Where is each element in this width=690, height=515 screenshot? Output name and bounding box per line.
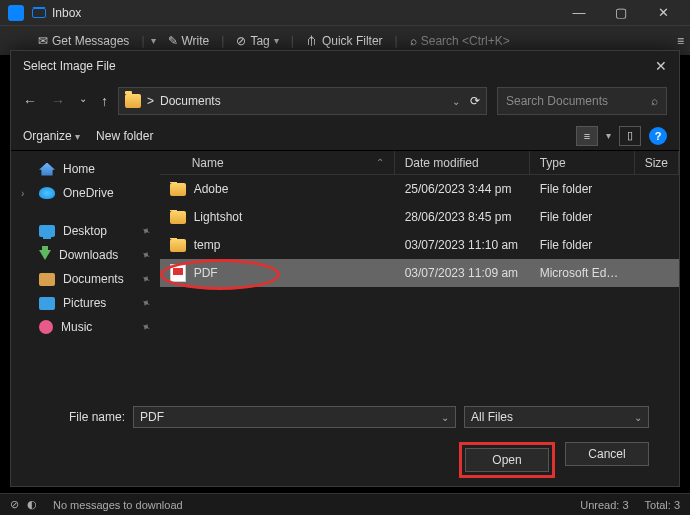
desktop-icon bbox=[39, 225, 55, 237]
view-mode-button[interactable]: ≡ bbox=[576, 126, 598, 146]
music-icon bbox=[39, 320, 53, 334]
documents-icon bbox=[39, 273, 55, 286]
app-icon bbox=[8, 5, 24, 21]
file-open-dialog: Select Image File ✕ ← → ⌄ ↑ > Documents … bbox=[10, 50, 680, 487]
inbox-icon bbox=[32, 8, 46, 18]
nav-documents[interactable]: Documents✦ bbox=[11, 267, 160, 291]
pin-icon: ✦ bbox=[138, 295, 152, 311]
window-title: Inbox bbox=[52, 6, 81, 20]
back-button[interactable]: ← bbox=[23, 93, 37, 109]
folder-icon bbox=[170, 211, 186, 224]
filename-label: File name: bbox=[41, 410, 125, 424]
dialog-cmdbar: Organize ▾ New folder ≡▾ ▯ ? bbox=[11, 121, 679, 151]
nav-home[interactable]: Home bbox=[11, 157, 160, 181]
pin-icon: ✦ bbox=[138, 319, 152, 335]
file-row[interactable]: Adobe 25/06/2023 3:44 pm File folder bbox=[160, 175, 679, 203]
search-placeholder: Search Documents bbox=[506, 94, 608, 108]
nav-music[interactable]: Music✦ bbox=[11, 315, 160, 339]
pencil-icon: ✎ bbox=[168, 34, 178, 48]
dialog-footer: File name: PDF ⌄ All Files ⌄ Open Cancel bbox=[11, 392, 679, 486]
maximize-button[interactable]: ▢ bbox=[602, 0, 640, 25]
organize-menu[interactable]: Organize ▾ bbox=[23, 129, 80, 143]
pdf-icon bbox=[170, 264, 186, 282]
tag-icon: ⊘ bbox=[236, 34, 246, 48]
onedrive-icon bbox=[39, 187, 55, 199]
chevron-down-icon[interactable]: ▾ bbox=[606, 130, 611, 141]
get-messages-button[interactable]: ✉ Get Messages bbox=[32, 32, 135, 50]
col-size[interactable]: Size bbox=[635, 151, 679, 174]
filter-icon: ⫛ bbox=[306, 34, 318, 48]
file-row[interactable]: temp 03/07/2023 11:10 am File folder bbox=[160, 231, 679, 259]
nav-downloads[interactable]: Downloads✦ bbox=[11, 243, 160, 267]
up-button[interactable]: ↑ bbox=[101, 93, 108, 109]
nav-panel: Home ›OneDrive Desktop✦ Downloads✦ Docum… bbox=[11, 151, 160, 392]
search-box[interactable]: Search Documents ⌕ bbox=[497, 87, 667, 115]
preview-pane-button[interactable]: ▯ bbox=[619, 126, 641, 146]
tag-button[interactable]: ⊘ Tag ▾ bbox=[230, 32, 284, 50]
nav-desktop[interactable]: Desktop✦ bbox=[11, 219, 160, 243]
path-chevron: > bbox=[147, 94, 154, 108]
pin-icon: ✦ bbox=[138, 247, 152, 263]
dialog-close-button[interactable]: ✕ bbox=[655, 58, 667, 74]
nav-pictures[interactable]: Pictures✦ bbox=[11, 291, 160, 315]
new-folder-button[interactable]: New folder bbox=[96, 129, 153, 143]
pictures-icon bbox=[39, 297, 55, 310]
envelope-icon: ✉ bbox=[38, 34, 48, 48]
status-message: No messages to download bbox=[53, 499, 183, 511]
nav-onedrive[interactable]: ›OneDrive bbox=[11, 181, 160, 205]
status-icon: ◐ bbox=[27, 498, 37, 511]
total-count: Total: 3 bbox=[645, 499, 680, 511]
cancel-button[interactable]: Cancel bbox=[565, 442, 649, 466]
chevron-right-icon[interactable]: › bbox=[21, 188, 24, 199]
path-location[interactable]: Documents bbox=[160, 94, 221, 108]
col-date[interactable]: Date modified bbox=[395, 151, 530, 174]
file-row-selected[interactable]: PDF 03/07/2023 11:09 am Microsoft Edge P… bbox=[160, 259, 679, 287]
chevron-down-icon[interactable]: ⌄ bbox=[634, 412, 642, 423]
col-type[interactable]: Type bbox=[530, 151, 635, 174]
menu-button[interactable]: ≡ bbox=[677, 34, 682, 48]
forward-button[interactable]: → bbox=[51, 93, 65, 109]
unread-count: Unread: 3 bbox=[580, 499, 628, 511]
file-list-header: Name⌃ Date modified Type Size bbox=[160, 151, 679, 175]
write-button[interactable]: ✎ Write bbox=[162, 32, 216, 50]
statusbar: ⊘ ◐ No messages to download Unread: 3 To… bbox=[0, 493, 690, 515]
annotation-highlight-box: Open bbox=[459, 442, 555, 478]
folder-icon bbox=[170, 239, 186, 252]
dialog-titlebar: Select Image File ✕ bbox=[11, 51, 679, 81]
chevron-down-icon[interactable]: ⌄ bbox=[441, 412, 449, 423]
search-icon: ⌕ bbox=[410, 34, 417, 48]
pin-icon: ✦ bbox=[138, 271, 152, 287]
chevron-down-icon[interactable]: ⌄ bbox=[452, 96, 460, 107]
col-name[interactable]: Name⌃ bbox=[160, 151, 395, 174]
open-button[interactable]: Open bbox=[465, 448, 549, 472]
dialog-title: Select Image File bbox=[23, 59, 116, 73]
search-field[interactable]: ⌕ Search <Ctrl+K> bbox=[404, 32, 516, 50]
filename-input[interactable]: PDF ⌄ bbox=[133, 406, 456, 428]
status-icon: ⊘ bbox=[10, 498, 19, 511]
minimize-button[interactable]: — bbox=[560, 0, 598, 25]
help-button[interactable]: ? bbox=[649, 127, 667, 145]
pin-icon: ✦ bbox=[138, 223, 152, 239]
recent-chevron[interactable]: ⌄ bbox=[79, 93, 87, 109]
download-icon bbox=[39, 250, 51, 260]
file-panel: Name⌃ Date modified Type Size Adobe 25/0… bbox=[160, 151, 679, 392]
search-icon: ⌕ bbox=[651, 94, 658, 108]
folder-icon bbox=[170, 183, 186, 196]
close-button[interactable]: ✕ bbox=[644, 0, 682, 25]
file-row[interactable]: Lightshot 28/06/2023 8:45 pm File folder bbox=[160, 203, 679, 231]
quick-filter-button[interactable]: ⫛ Quick Filter bbox=[300, 32, 389, 50]
window-controls: — ▢ ✕ bbox=[560, 0, 682, 25]
dialog-pathbar: ← → ⌄ ↑ > Documents ⌄ ⟳ Search Documents… bbox=[11, 81, 679, 121]
chevron-down-icon[interactable]: ▾ bbox=[151, 35, 156, 46]
thunderbird-titlebar: Inbox — ▢ ✕ bbox=[0, 0, 690, 25]
file-type-filter[interactable]: All Files ⌄ bbox=[464, 406, 649, 428]
home-icon bbox=[39, 163, 55, 176]
refresh-button[interactable]: ⟳ bbox=[470, 94, 480, 108]
path-box[interactable]: > Documents ⌄ ⟳ bbox=[118, 87, 487, 115]
folder-icon bbox=[125, 94, 141, 108]
